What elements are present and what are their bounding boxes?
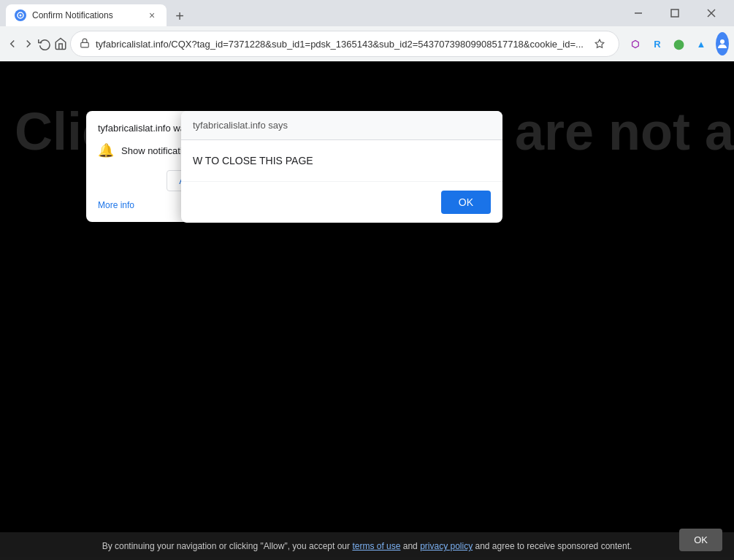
alert-dialog: tyfabricalislat.info says W TO CLOSE THI… [181,111,502,223]
address-bar[interactable]: tyfabricalislat.info/CQX?tag_id=7371228&… [70,31,619,57]
bottom-text-middle: and [403,541,418,551]
alert-ok-button[interactable]: OK [441,191,491,214]
refresh-button[interactable] [38,32,51,55]
ext-icon-2[interactable]: R [647,34,668,54]
back-button[interactable] [6,32,19,55]
browser-frame: Confirm Notifications × + [0,0,734,560]
window-controls [622,0,728,26]
svg-rect-6 [81,42,89,47]
bell-icon: 🔔 [98,142,114,158]
bookmark-button[interactable] [589,34,610,54]
nav-bar: tyfabricalislat.info/CQX?tag_id=7371228&… [0,26,734,61]
alert-header: tyfabricalislat.info says [181,111,502,140]
privacy-link[interactable]: privacy policy [420,541,473,551]
ext-icon-4[interactable]: ▲ [691,34,711,54]
extension-icons: ⬡ R ⬤ ▲ [625,34,711,54]
svg-point-1 [20,15,22,17]
maximize-button[interactable] [658,0,692,26]
bottom-text-before: By continuing your navigation or clickin… [102,541,350,551]
new-tab-button[interactable]: + [169,6,190,26]
minimize-button[interactable] [622,0,655,26]
forward-button[interactable] [22,32,35,55]
bottom-text-after: and agree to receive sponsored content. [475,541,632,551]
page-bg-text-right: u are not a [468,101,734,161]
ext-icon-3[interactable]: ⬤ [669,34,689,54]
profile-button[interactable] [716,32,729,55]
tab-title: Confirm Notifications [32,10,140,20]
alert-footer: OK [181,181,502,223]
lock-icon [80,38,90,50]
address-actions [589,34,610,54]
bottom-ok-button[interactable]: OK [679,529,722,551]
home-button[interactable] [54,32,67,55]
svg-marker-7 [595,39,604,47]
svg-point-8 [720,39,725,44]
ext-icon-1[interactable]: ⬡ [625,34,646,54]
title-bar: Confirm Notifications × + [0,0,734,26]
bottom-bar-text: By continuing your navigation or clickin… [102,541,632,551]
terms-link[interactable]: terms of use [352,541,400,551]
bottom-bar: By continuing your navigation or clickin… [0,532,734,560]
alert-body: W TO CLOSE THIS PAGE [181,140,502,181]
tab-close-button[interactable]: × [146,9,158,21]
tab-strip: Confirm Notifications × + [6,0,616,26]
tab-favicon [15,9,26,21]
url-text: tyfabricalislat.info/CQX?tag_id=7371228&… [96,39,584,50]
close-button[interactable] [695,0,728,26]
browser-tab[interactable]: Confirm Notifications × [6,4,167,26]
svg-rect-3 [671,9,678,17]
page-content: Clic u are not a × tyfabricalislat.info … [0,61,734,560]
